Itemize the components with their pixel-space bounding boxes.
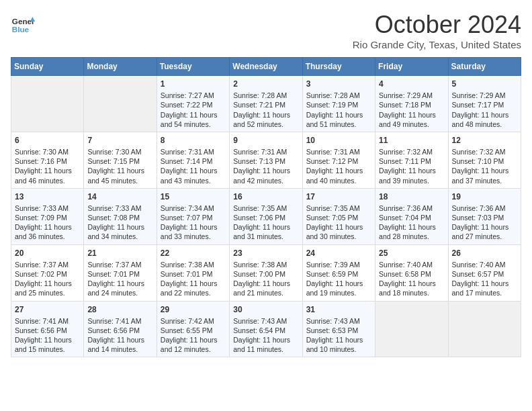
calendar-cell: 15Sunrise: 7:34 AMSunset: 7:07 PMDayligh… — [157, 188, 229, 244]
day-info: Sunset: 7:01 PM — [161, 269, 226, 279]
day-info: Sunrise: 7:33 AM — [87, 203, 152, 213]
day-info: Sunrise: 7:40 AM — [452, 260, 517, 269]
calendar-cell: 8Sunrise: 7:31 AMSunset: 7:14 PMDaylight… — [157, 132, 229, 188]
day-info: Daylight: 11 hours and 45 minutes. — [87, 166, 152, 185]
day-number: 19 — [452, 191, 517, 202]
calendar-cell — [84, 76, 157, 132]
calendar-cell: 9Sunrise: 7:31 AMSunset: 7:13 PMDaylight… — [230, 132, 302, 188]
day-info: Sunrise: 7:43 AM — [306, 316, 371, 326]
day-info: Sunrise: 7:34 AM — [161, 203, 226, 213]
day-info: Daylight: 11 hours and 39 minutes. — [379, 166, 444, 185]
day-info: Daylight: 11 hours and 21 minutes. — [233, 279, 298, 298]
day-info: Sunset: 6:58 PM — [379, 269, 444, 279]
day-info: Sunset: 7:03 PM — [452, 213, 517, 222]
day-number: 17 — [306, 191, 371, 202]
day-info: Sunrise: 7:29 AM — [452, 91, 517, 100]
day-info: Daylight: 11 hours and 24 minutes. — [87, 279, 152, 298]
day-info: Sunrise: 7:31 AM — [233, 147, 298, 156]
day-info: Sunset: 6:54 PM — [233, 326, 298, 335]
day-number: 5 — [452, 79, 517, 89]
day-info: Sunset: 7:04 PM — [379, 213, 444, 222]
day-number: 27 — [15, 304, 80, 315]
day-info: Sunrise: 7:33 AM — [15, 203, 80, 213]
calendar-cell: 16Sunrise: 7:35 AMSunset: 7:06 PMDayligh… — [230, 188, 302, 244]
day-info: Sunrise: 7:38 AM — [161, 260, 226, 269]
title-block: October 2024 Rio Grande City, Texas, Uni… — [353, 11, 521, 50]
day-info: Sunset: 6:55 PM — [161, 326, 226, 335]
day-info: Sunset: 7:02 PM — [15, 269, 80, 279]
day-info: Sunrise: 7:27 AM — [161, 91, 226, 100]
day-info: Sunset: 7:13 PM — [233, 156, 298, 166]
day-info: Sunset: 7:12 PM — [306, 156, 371, 166]
day-info: Daylight: 11 hours and 34 minutes. — [87, 222, 152, 241]
day-info: Sunrise: 7:36 AM — [452, 203, 517, 213]
calendar-cell: 14Sunrise: 7:33 AMSunset: 7:08 PMDayligh… — [84, 188, 157, 244]
calendar-cell: 24Sunrise: 7:39 AMSunset: 6:59 PMDayligh… — [302, 244, 375, 301]
day-number: 4 — [379, 79, 444, 89]
calendar-cell: 28Sunrise: 7:41 AMSunset: 6:56 PMDayligh… — [84, 301, 157, 357]
calendar-subtitle: Rio Grande City, Texas, United States — [353, 39, 521, 50]
day-info: Sunrise: 7:42 AM — [161, 316, 226, 326]
calendar-cell: 22Sunrise: 7:38 AMSunset: 7:01 PMDayligh… — [157, 244, 229, 301]
day-info: Sunrise: 7:30 AM — [15, 147, 80, 156]
calendar-cell: 4Sunrise: 7:29 AMSunset: 7:18 PMDaylight… — [375, 76, 448, 132]
day-info: Sunrise: 7:41 AM — [15, 316, 80, 326]
day-number: 28 — [87, 304, 152, 315]
calendar-cell: 11Sunrise: 7:32 AMSunset: 7:11 PMDayligh… — [375, 132, 448, 188]
day-info: Sunset: 7:06 PM — [233, 213, 298, 222]
weekday-header-saturday: Saturday — [448, 58, 521, 76]
day-number: 20 — [15, 248, 80, 259]
day-number: 16 — [233, 191, 298, 202]
day-info: Sunset: 7:14 PM — [161, 156, 226, 166]
calendar-cell: 19Sunrise: 7:36 AMSunset: 7:03 PMDayligh… — [448, 188, 521, 244]
day-info: Daylight: 11 hours and 31 minutes. — [233, 222, 298, 241]
day-info: Sunrise: 7:39 AM — [306, 260, 371, 269]
day-info: Daylight: 11 hours and 40 minutes. — [306, 166, 371, 185]
day-info: Daylight: 11 hours and 49 minutes. — [379, 110, 444, 129]
day-number: 10 — [306, 135, 371, 146]
day-info: Sunset: 7:05 PM — [306, 213, 371, 222]
day-info: Sunrise: 7:37 AM — [15, 260, 80, 269]
day-info: Sunset: 6:53 PM — [306, 326, 371, 335]
day-info: Sunset: 7:18 PM — [379, 100, 444, 109]
day-number: 25 — [379, 248, 444, 259]
day-info: Daylight: 11 hours and 12 minutes. — [161, 335, 226, 354]
day-info: Sunset: 7:07 PM — [161, 213, 226, 222]
day-info: Sunset: 7:21 PM — [233, 100, 298, 109]
weekday-header-row: SundayMondayTuesdayWednesdayThursdayFrid… — [11, 58, 521, 76]
day-info: Sunset: 7:17 PM — [452, 100, 517, 109]
weekday-header-thursday: Thursday — [302, 58, 375, 76]
weekday-header-tuesday: Tuesday — [157, 58, 229, 76]
day-info: Daylight: 11 hours and 22 minutes. — [161, 279, 226, 298]
day-info: Sunrise: 7:30 AM — [87, 147, 152, 156]
day-info: Sunset: 7:08 PM — [87, 213, 152, 222]
day-info: Sunrise: 7:31 AM — [161, 147, 226, 156]
day-number: 18 — [379, 191, 444, 202]
calendar-cell — [448, 301, 521, 357]
logo-icon: General Blue — [11, 11, 35, 35]
day-info: Daylight: 11 hours and 27 minutes. — [452, 222, 517, 241]
day-info: Daylight: 11 hours and 28 minutes. — [379, 222, 444, 241]
calendar-cell: 23Sunrise: 7:38 AMSunset: 7:00 PMDayligh… — [230, 244, 302, 301]
day-number: 6 — [15, 135, 80, 146]
day-number: 29 — [161, 304, 226, 315]
weekday-header-friday: Friday — [375, 58, 448, 76]
day-info: Daylight: 11 hours and 10 minutes. — [306, 335, 371, 354]
day-number: 3 — [306, 79, 371, 89]
calendar-cell: 25Sunrise: 7:40 AMSunset: 6:58 PMDayligh… — [375, 244, 448, 301]
day-number: 15 — [161, 191, 226, 202]
day-number: 21 — [87, 248, 152, 259]
day-info: Sunset: 7:19 PM — [306, 100, 371, 109]
calendar-cell: 27Sunrise: 7:41 AMSunset: 6:56 PMDayligh… — [11, 301, 84, 357]
day-info: Sunrise: 7:40 AM — [379, 260, 444, 269]
day-info: Daylight: 11 hours and 43 minutes. — [161, 166, 226, 185]
day-number: 30 — [233, 304, 298, 315]
day-number: 1 — [161, 79, 226, 89]
day-info: Daylight: 11 hours and 19 minutes. — [306, 279, 371, 298]
day-info: Sunrise: 7:37 AM — [87, 260, 152, 269]
day-info: Daylight: 11 hours and 30 minutes. — [306, 222, 371, 241]
day-info: Sunrise: 7:29 AM — [379, 91, 444, 100]
day-info: Sunset: 6:59 PM — [306, 269, 371, 279]
day-info: Daylight: 11 hours and 46 minutes. — [15, 166, 80, 185]
calendar-cell: 5Sunrise: 7:29 AMSunset: 7:17 PMDaylight… — [448, 76, 521, 132]
